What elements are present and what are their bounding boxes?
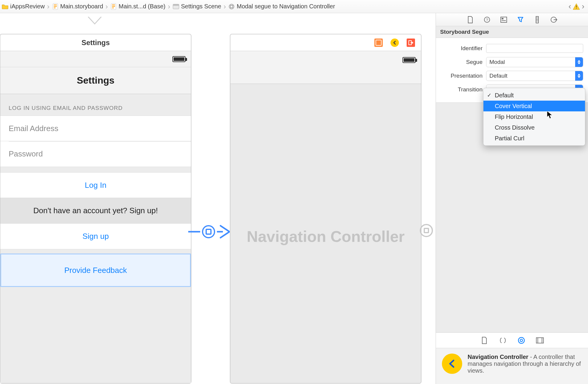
navigation-controller-scene[interactable]: Navigation Controller — [230, 34, 421, 383]
transition-option-flip-horizontal[interactable]: Flip Horizontal — [483, 111, 585, 122]
svg-point-10 — [229, 4, 234, 9]
svg-rect-24 — [536, 338, 543, 343]
storyboard-file-icon — [110, 3, 117, 10]
svg-rect-12 — [576, 5, 577, 7]
first-responder-icon[interactable] — [374, 39, 383, 47]
breadcrumb[interactable]: Modal segue to Navigation Controller — [228, 3, 335, 10]
inspector-section-header: Storyboard Segue — [436, 26, 588, 38]
transition-option-default[interactable]: Default — [483, 90, 585, 101]
svg-rect-11 — [230, 5, 233, 8]
identifier-row: Identifier — [441, 42, 583, 55]
nav-controller-watermark: Navigation Controller — [230, 228, 421, 245]
segue-type-label: Segue — [441, 59, 483, 65]
provide-feedback-button[interactable]: Provide Feedback — [0, 254, 191, 287]
inspector-tab-bar: ? — [436, 13, 588, 26]
signup-prompt-cell[interactable]: Don't have an account yet? Sign up! — [0, 198, 191, 224]
modal-segue-arrow[interactable] — [188, 223, 230, 241]
login-button[interactable]: Log In — [0, 172, 191, 198]
breadcrumb-label: Modal segue to Navigation Controller — [237, 3, 335, 10]
presentation-label: Presentation — [441, 73, 483, 79]
breadcrumb-label: Main.st...d (Base) — [119, 3, 166, 10]
jump-bar-right: ‹ › — [567, 2, 586, 11]
stepper-icon — [575, 57, 583, 67]
svg-rect-7 — [112, 7, 114, 8]
svg-point-22 — [518, 337, 524, 343]
signup-button-label: Sign up — [82, 232, 109, 241]
transition-option-partial-curl[interactable]: Partial Curl — [483, 133, 585, 144]
table-view: LOG IN USING EMAIL AND PASSWORD Email Ad… — [0, 94, 191, 383]
breadcrumb[interactable]: iAppsReview — [2, 3, 45, 10]
password-placeholder: Password — [9, 149, 43, 159]
attributes-inspector-tab[interactable] — [517, 16, 524, 24]
object-library-tab[interactable] — [517, 336, 526, 345]
breadcrumb-label: Settings Scene — [181, 3, 221, 10]
presentation-row: Presentation Default — [441, 69, 583, 83]
battery-icon — [402, 57, 416, 63]
svg-rect-19 — [502, 20, 506, 21]
library-item-title: Navigation Controller — [468, 354, 528, 360]
history-back-button[interactable]: ‹ — [567, 2, 573, 11]
svg-rect-5 — [112, 4, 115, 5]
provide-feedback-label: Provide Feedback — [64, 266, 127, 275]
segue-row: Segue Modal — [441, 55, 583, 69]
breadcrumb[interactable]: Main.storyboard — [52, 3, 103, 10]
segue-icon — [228, 3, 235, 10]
identifier-field[interactable] — [486, 44, 583, 53]
section-header: LOG IN USING EMAIL AND PASSWORD — [0, 94, 191, 116]
jump-bar: iAppsReview › Main.storyboard › Main.st.… — [0, 0, 588, 13]
signup-prompt-label: Don't have an account yet? Sign up! — [33, 206, 158, 215]
battery-icon — [172, 56, 186, 62]
owner-icon[interactable] — [391, 39, 399, 47]
chevron-right-icon: › — [223, 2, 226, 11]
connections-inspector-tab[interactable] — [550, 16, 558, 24]
navigation-bar: Settings — [0, 67, 191, 94]
presentation-select[interactable]: Default — [486, 71, 583, 81]
scene-title: Settings — [82, 39, 110, 47]
code-snippet-library-tab[interactable] — [499, 336, 507, 345]
svg-rect-25 — [536, 338, 538, 343]
scene-title-bar[interactable]: Settings — [0, 34, 191, 51]
transition-dropdown-menu[interactable]: Default Cover Vertical Flip Horizontal C… — [483, 88, 585, 146]
scene-title-bar[interactable] — [230, 34, 421, 51]
quick-help-tab[interactable]: ? — [483, 16, 491, 24]
identifier-label: Identifier — [441, 45, 483, 52]
root-relationship-segue-icon[interactable] — [420, 224, 435, 239]
breadcrumb[interactable]: Settings Scene — [173, 3, 221, 10]
login-button-label: Log In — [85, 181, 106, 190]
svg-rect-1 — [54, 4, 57, 5]
svg-rect-17 — [501, 17, 507, 22]
library-item-description: Navigation Controller - A controller tha… — [468, 354, 582, 374]
svg-rect-20 — [536, 16, 538, 23]
entry-point-arrow-icon — [88, 17, 102, 24]
breadcrumb[interactable]: Main.st...d (Base) — [110, 3, 166, 10]
history-forward-button[interactable]: › — [580, 2, 586, 11]
svg-point-23 — [520, 339, 523, 342]
media-library-tab[interactable] — [536, 336, 544, 345]
breadcrumb-label: iAppsReview — [10, 3, 45, 10]
inspector-panel: ? Storyboard Segue Identifier Segue Moda… — [436, 13, 588, 384]
storyboard-file-icon — [52, 3, 59, 10]
transition-option-cover-vertical[interactable]: Cover Vertical — [483, 101, 585, 111]
file-inspector-tab[interactable] — [466, 16, 474, 24]
identity-inspector-tab[interactable] — [500, 16, 508, 24]
size-inspector-tab[interactable] — [533, 16, 541, 24]
transition-option-cross-dissolve[interactable]: Cross Dissolve — [483, 122, 585, 133]
file-template-library-tab[interactable] — [480, 336, 489, 345]
chevron-right-icon: › — [105, 2, 108, 11]
email-field[interactable]: Email Address — [0, 116, 191, 141]
presentation-value: Default — [489, 73, 507, 79]
settings-scene[interactable]: Settings Settings LOG IN USING EMAIL AND… — [0, 34, 191, 383]
svg-rect-3 — [54, 7, 56, 8]
library-item-navigation-controller[interactable]: Navigation Controller - A controller tha… — [436, 348, 588, 384]
svg-rect-26 — [542, 338, 543, 343]
issues-warning-icon[interactable] — [573, 3, 580, 10]
signup-button[interactable]: Sign up — [0, 224, 191, 249]
exit-icon[interactable] — [407, 39, 415, 47]
email-placeholder: Email Address — [9, 124, 58, 133]
segue-type-select[interactable]: Modal — [486, 57, 583, 67]
password-field[interactable]: Password — [0, 141, 191, 167]
breadcrumb-label: Main.storyboard — [60, 3, 103, 10]
svg-rect-9 — [173, 4, 179, 6]
storyboard-canvas[interactable]: Settings Settings LOG IN USING EMAIL AND… — [0, 13, 436, 384]
stepper-icon — [575, 71, 583, 81]
